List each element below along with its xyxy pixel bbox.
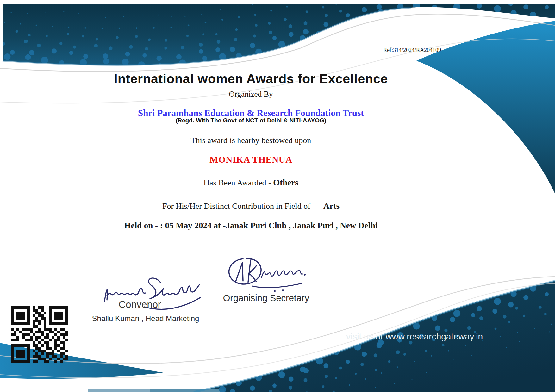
awarded-category: Others bbox=[273, 178, 298, 187]
secretary-role-label: Organising Secretary bbox=[219, 293, 314, 303]
certificate-title: International women Awards for Excellenc… bbox=[0, 72, 502, 86]
organising-secretary-signature bbox=[221, 255, 307, 295]
contribution-prefix: For His/Her Distinct Contribution in Fie… bbox=[162, 202, 315, 211]
convenor-name-line: Shallu Kumari , Head Marketing bbox=[89, 314, 203, 323]
convenor-role-label: Convenor bbox=[89, 299, 190, 310]
organization-registration: (Regd. With The Govt of NCT of Delhi & N… bbox=[0, 117, 502, 124]
footer-visit-text: visit us at www.researchgateway.in bbox=[345, 332, 484, 342]
qr-code bbox=[11, 306, 68, 363]
organized-by-label: Organized By bbox=[0, 90, 502, 99]
recipient-name: MONIKA THENUA bbox=[0, 154, 502, 165]
contribution-field: Arts bbox=[323, 201, 340, 211]
awarded-prefix: Has Been Awarded - bbox=[203, 178, 273, 187]
bestowed-line: This award is hearby bestowed upon bbox=[0, 136, 502, 145]
held-on-line: Held on - : 05 May 2024 at -Janak Puri C… bbox=[0, 221, 502, 231]
awarded-line: Has Been Awarded - Others bbox=[0, 178, 502, 188]
reference-number: Ref:314/2024/RA204109 bbox=[383, 47, 441, 53]
contribution-line: For His/Her Distinct Contribution in Fie… bbox=[0, 201, 502, 211]
convenor-signature bbox=[99, 266, 203, 320]
certificate-page: Ref:314/2024/RA204109 International wome… bbox=[0, 0, 555, 392]
